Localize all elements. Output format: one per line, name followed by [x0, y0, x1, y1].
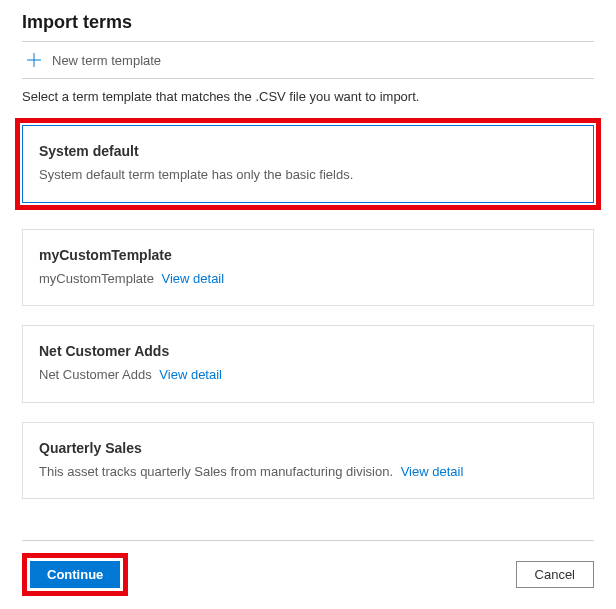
template-card[interactable]: Net Customer AddsNet Customer Adds View …	[22, 325, 594, 403]
continue-button[interactable]: Continue	[30, 561, 120, 588]
template-card[interactable]: Quarterly SalesThis asset tracks quarter…	[22, 422, 594, 500]
template-title: Quarterly Sales	[39, 440, 577, 456]
template-description: myCustomTemplate View detail	[39, 270, 577, 288]
template-title: myCustomTemplate	[39, 247, 577, 263]
page-title: Import terms	[22, 8, 594, 41]
template-description: Net Customer Adds View detail	[39, 366, 577, 384]
template-list: System defaultSystem default term templa…	[22, 118, 594, 499]
cancel-button[interactable]: Cancel	[516, 561, 594, 588]
template-title: Net Customer Adds	[39, 343, 577, 359]
footer: Continue Cancel	[22, 540, 594, 596]
template-description: System default term template has only th…	[39, 166, 577, 184]
view-detail-link[interactable]: View detail	[159, 367, 222, 382]
highlight-box: System defaultSystem default term templa…	[15, 118, 601, 210]
template-description: This asset tracks quarterly Sales from m…	[39, 463, 577, 481]
template-title: System default	[39, 143, 577, 159]
instruction-text: Select a term template that matches the …	[22, 79, 594, 118]
view-detail-link[interactable]: View detail	[401, 464, 464, 479]
new-term-template-button[interactable]: New term template	[22, 42, 594, 78]
continue-highlight: Continue	[22, 553, 128, 596]
plus-icon	[26, 52, 42, 68]
template-card[interactable]: myCustomTemplatemyCustomTemplate View de…	[22, 229, 594, 307]
template-card[interactable]: System defaultSystem default term templa…	[22, 125, 594, 203]
new-term-template-label: New term template	[52, 53, 161, 68]
view-detail-link[interactable]: View detail	[162, 271, 225, 286]
